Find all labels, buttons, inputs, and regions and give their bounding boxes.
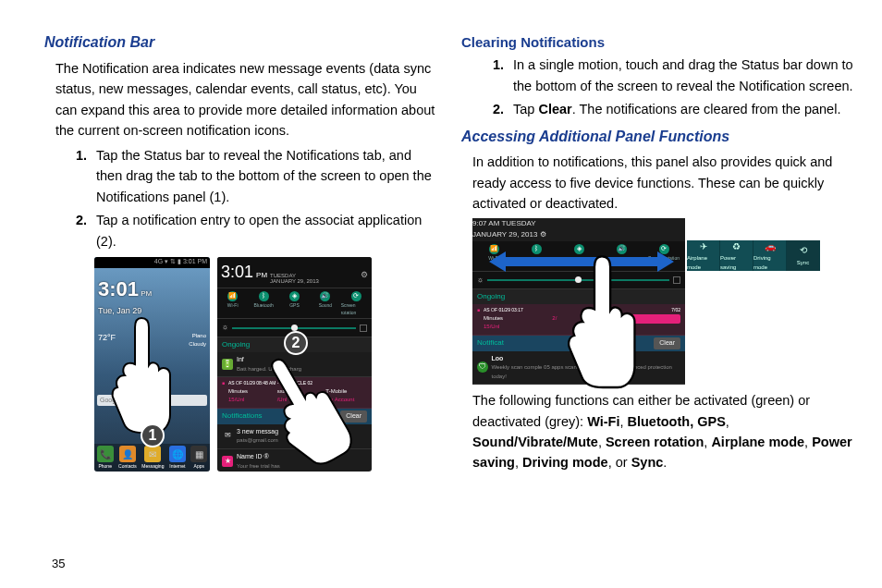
quick-toggles: 📶Wi-Fi ᛒBluetooth ◈GPS 🔊Sound ⟳Screen ro… xyxy=(217,288,372,320)
weather-widget: 72°F Plano Cloudy xyxy=(94,329,210,352)
brightness-icon: ☼ xyxy=(477,275,484,286)
search-widget: Google xyxy=(97,395,207,406)
weather-city: Plano xyxy=(192,333,206,338)
toggle-sound: 🔊Sound xyxy=(310,288,340,319)
battery-icon: 🔋 xyxy=(222,359,233,370)
panel-ampm: PM xyxy=(256,270,267,281)
step-num: 2. xyxy=(493,99,504,119)
panel-ampm: AM xyxy=(488,219,499,227)
figure-wide-panel: 9:07 AM TUESDAY JANUARY 29, 2013 ⚙ 📶Wi-F… xyxy=(472,218,856,385)
clock-date: Tue, Jan 29 xyxy=(98,305,206,318)
panel-date: TUESDAY JANUARY 29, 2013 xyxy=(270,273,319,284)
weather-cond: Cloudy xyxy=(189,341,206,347)
weather-temp: 72°F xyxy=(98,332,116,349)
overflow-toggles: ✈Airplane mode ♻Power saving 🚗Driving mo… xyxy=(687,240,820,271)
heading-accessing: Accessing Additional Panel Functions xyxy=(461,126,856,149)
dock-phone: 📞Phone xyxy=(97,446,114,471)
dock-internet: 🌐Internet xyxy=(169,446,186,471)
battery-row: 🔋 InfBatt harged. Unplug charg xyxy=(217,352,372,377)
figure-row: 4G ▾ ⇅ ▮ 3:01 PM 3:01 PM Tue, Jan 29 72°… xyxy=(94,257,439,472)
dock-contacts: 👤Contacts xyxy=(118,446,137,471)
dock-messaging: ✉Messaging xyxy=(141,446,164,471)
app-icon: ★ xyxy=(222,456,233,467)
clear-button: Clear xyxy=(340,410,367,423)
clear-step-1: 1. In a single motion, touch and drag th… xyxy=(493,55,856,96)
page-number: 35 xyxy=(52,555,65,573)
status-bar: 4G ▾ ⇅ ▮ 3:01 PM xyxy=(94,257,210,268)
toggle-gps: ◈GPS xyxy=(279,288,310,319)
toggle-power-saving: ♻Power saving xyxy=(720,240,753,271)
callout-2: 2 xyxy=(284,331,308,355)
clear-step-2: 2. Tap Clear. The notifications are clea… xyxy=(493,99,856,119)
brightness-icon: ☼ xyxy=(222,322,228,333)
clock-widget: 3:01 PM Tue, Jan 29 xyxy=(94,268,210,324)
mail-icon: ✉ xyxy=(222,431,233,442)
figure-notification-panel: 3:01 PM TUESDAY JANUARY 29, 2013 ⚙ 📶Wi-F… xyxy=(217,257,372,472)
functions-desc: The following functions can either be ac… xyxy=(472,390,856,473)
toggle-wifi: 📶Wi-Fi xyxy=(217,288,248,319)
step-text: Tap Clear. The notifications are cleared… xyxy=(513,102,840,116)
panel-time: 9:07 xyxy=(472,219,487,227)
shield-icon: 🛡 xyxy=(477,361,488,373)
figure-phone-home: 4G ▾ ⇅ ▮ 3:01 PM 3:01 PM Tue, Jan 29 72°… xyxy=(94,257,210,472)
step-text: Tap a notification entry to open the ass… xyxy=(96,213,422,248)
toggle-sync: ⟲Sync xyxy=(787,240,820,271)
toggle-bluetooth: ᛒBluetooth xyxy=(248,288,278,319)
heading-clearing: Clearing Notifications xyxy=(461,31,856,53)
page: Notification Bar The Notification area i… xyxy=(0,0,882,486)
callout-1: 1 xyxy=(141,423,165,447)
step-1: 1. Tap the Status bar to reveal the Noti… xyxy=(76,145,439,207)
panel-header: 3:01 PM TUESDAY JANUARY 29, 2013 ⚙ xyxy=(217,257,372,288)
accessing-desc: In addition to notifications, this panel… xyxy=(472,152,856,214)
auto-checkbox xyxy=(360,325,367,332)
step-2: 2. Tap a notification entry to open the … xyxy=(76,210,439,251)
usage-row: ■ AS OF 01/29 08:48 AM - BILL CYCLE 02 M… xyxy=(217,377,372,408)
toggle-driving-mode: 🚗Driving mode xyxy=(753,240,787,271)
left-column: Notification Bar The Notification area i… xyxy=(44,31,439,477)
panel-header: 9:07 AM TUESDAY JANUARY 29, 2013 ⚙ xyxy=(472,218,685,241)
notif-nameid: ★ Name ID ®Your free trial has xyxy=(217,449,372,472)
dock-apps: ▦Apps xyxy=(190,446,207,471)
gear-icon: ⚙ xyxy=(540,230,546,239)
clock-ampm: PM xyxy=(141,289,152,298)
clear-button: Clear xyxy=(654,337,680,349)
step-text: Tap the Status bar to reveal the Notific… xyxy=(96,148,432,204)
clock-time: 3:01 xyxy=(98,277,139,300)
step-text: In a single motion, touch and drag the S… xyxy=(513,57,853,92)
panel-time: 3:01 xyxy=(221,260,253,286)
notification-bar-desc: The Notification area indicates new mess… xyxy=(55,58,439,141)
heading-notification-bar: Notification Bar xyxy=(44,31,439,55)
notif-messages: ✉ 3 new messagpats@gmail.com xyxy=(217,424,372,449)
toggle-airplane: ✈Airplane mode xyxy=(687,240,720,271)
gear-icon: ⚙ xyxy=(361,269,368,282)
auto-checkbox xyxy=(673,276,680,284)
notification-bar-steps: 1. Tap the Status bar to reveal the Noti… xyxy=(44,145,439,251)
step-num: 1. xyxy=(493,55,504,75)
toggle-rotation: ⟳Screen rotation xyxy=(341,288,372,319)
clearing-steps: 1. In a single motion, touch and drag th… xyxy=(461,55,856,119)
notifications-header: Notifications Clear xyxy=(217,409,372,424)
finger-icon xyxy=(565,251,639,390)
step-num: 2. xyxy=(76,210,87,230)
step-num: 1. xyxy=(76,145,87,165)
dock: 📞Phone 👤Contacts ✉Messaging 🌐Internet ▦A… xyxy=(94,444,210,472)
right-column: Clearing Notifications 1. In a single mo… xyxy=(461,31,856,477)
